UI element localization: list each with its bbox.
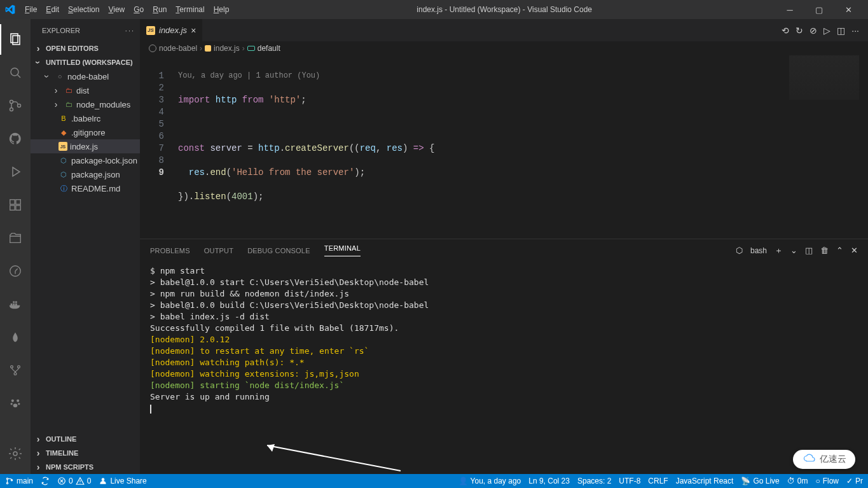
bc-symbol[interactable]: default [258, 44, 280, 53]
chevron-down-icon: › [33, 57, 43, 67]
status-sync[interactable] [41, 477, 50, 485]
tree-file--babelrc[interactable]: B.babelrc [31, 111, 140, 125]
new-terminal-icon[interactable]: ＋ [775, 245, 783, 256]
source-control-icon[interactable] [0, 90, 31, 121]
tree-folder-node_modules[interactable]: ›🗀node_modules [31, 97, 140, 111]
status-cursor[interactable]: Ln 9, Col 23 [528, 477, 570, 485]
maximize-panel-icon[interactable]: ⌃ [836, 246, 843, 255]
tab-debug-console[interactable]: DEBUG CONSOLE [247, 247, 310, 254]
split-terminal-icon[interactable]: ◫ [805, 246, 813, 255]
code-lines[interactable]: You, a day ago | 1 author (You) import h… [178, 55, 868, 239]
more-icon[interactable]: ··· [125, 27, 135, 34]
menu-go[interactable]: Go [129, 3, 148, 17]
status-errors[interactable]: 0 0 [57, 477, 91, 485]
status-golive[interactable]: 📡 Go Live [741, 477, 779, 485]
tree-file-index-js[interactable]: JSindex.js [31, 139, 140, 153]
explorer-icon[interactable] [0, 24, 31, 55]
status-encoding[interactable]: UTF-8 [619, 477, 640, 485]
status-liveshare[interactable]: Live Share [99, 477, 146, 485]
section-workspace[interactable]: › UNTITLED (WORKSPACE) [31, 55, 140, 69]
git-sync-icon[interactable]: ⊘ [809, 25, 817, 36]
paw-icon[interactable] [0, 388, 31, 419]
tab-output[interactable]: OUTPUT [204, 247, 233, 254]
panel-tabs: PROBLEMS OUTPUT DEBUG CONSOLE TERMINAL ⬡… [140, 239, 868, 261]
gauge-icon[interactable] [0, 256, 31, 286]
svg-marker-7 [13, 167, 20, 176]
status-blame[interactable]: 👤 You, a day ago [458, 477, 521, 485]
section-open-editors[interactable]: › OPEN EDITORS [31, 41, 140, 55]
git-compare-icon[interactable]: ⟲ [782, 25, 789, 36]
menu-edit[interactable]: Edit [41, 3, 64, 17]
status-branch[interactable]: main [5, 477, 33, 485]
tree-file-README-md[interactable]: ⓘREADME.md [31, 181, 140, 195]
bc-folder[interactable]: node-babel [159, 44, 197, 53]
terminal-content[interactable]: $ npm start> babel@1.0.0 start C:\Users\… [140, 261, 868, 474]
menu-selection[interactable]: Selection [64, 3, 104, 17]
menu-terminal[interactable]: Terminal [171, 3, 209, 17]
status-prettier[interactable]: ✓ Pr [846, 477, 863, 485]
section-timeline[interactable]: ›TIMELINE [31, 446, 140, 460]
tree-file--gitignore[interactable]: ◆.gitignore [31, 125, 140, 139]
trash-icon[interactable]: 🗑 [820, 246, 829, 255]
close-button[interactable]: ✕ [834, 0, 863, 19]
play-icon[interactable]: ▷ [823, 25, 830, 36]
git-graph-icon[interactable] [0, 355, 31, 386]
code-lens[interactable]: You, a day ago | 1 author (You) [178, 70, 868, 82]
menu-file[interactable]: File [20, 3, 41, 17]
search-icon[interactable] [0, 57, 31, 88]
js-icon: JS [146, 26, 155, 35]
minimize-button[interactable]: ─ [775, 0, 804, 19]
debug-icon[interactable] [0, 157, 31, 187]
extensions-icon[interactable] [0, 190, 31, 220]
tab-label: index.js [159, 25, 187, 35]
svg-rect-10 [16, 206, 20, 210]
tree-root[interactable]: ›○node-babel [31, 69, 140, 83]
refresh-icon[interactable]: ↻ [796, 25, 803, 36]
close-panel-icon[interactable]: ✕ [851, 246, 858, 255]
file-explorer-icon[interactable] [0, 223, 31, 253]
more-actions-icon[interactable]: ··· [851, 25, 859, 36]
dropdown-icon[interactable]: ⌄ [790, 246, 797, 255]
tab-indexjs[interactable]: JS index.js × [140, 19, 203, 41]
status-flow[interactable]: ○ Flow [815, 477, 839, 485]
title-bar: FileEditSelectionViewGoRunTerminalHelp i… [0, 0, 868, 19]
code-editor[interactable]: 123456789 You, a day ago | 1 author (You… [140, 55, 868, 239]
section-outline[interactable]: ›OUTLINE [31, 432, 140, 446]
svg-point-17 [17, 400, 19, 402]
editor-area: JS index.js × ⟲ ↻ ⊘ ▷ ◫ ··· node-babel ›… [140, 19, 868, 474]
minimap[interactable] [789, 55, 859, 239]
docker-icon[interactable] [0, 289, 31, 319]
tree-file-package-json[interactable]: ⬡package.json [31, 167, 140, 181]
section-npm-scripts[interactable]: ›NPM SCRIPTS [31, 460, 140, 474]
status-language[interactable]: JavaScript React [676, 477, 734, 485]
status-eol[interactable]: CRLF [648, 477, 668, 485]
tree-file-package-lock-json[interactable]: ⬡package-lock.json [31, 153, 140, 167]
shell-name[interactable]: bash [750, 246, 767, 255]
svg-point-5 [10, 108, 13, 111]
editor-tabs: JS index.js × ⟲ ↻ ⊘ ▷ ◫ ··· [140, 19, 868, 41]
settings-gear-icon[interactable] [0, 438, 31, 469]
svg-rect-8 [10, 200, 15, 204]
menu-help[interactable]: Help [209, 3, 234, 17]
vscode-logo-icon [5, 4, 15, 15]
github-icon[interactable] [0, 123, 31, 154]
close-tab-icon[interactable]: × [191, 25, 196, 36]
editor-actions: ⟲ ↻ ⊘ ▷ ◫ ··· [778, 19, 863, 41]
menu-view[interactable]: View [104, 3, 129, 17]
svg-rect-0 [11, 34, 18, 43]
chevron-right-icon: › [33, 43, 43, 53]
js-icon [205, 45, 211, 52]
breadcrumb[interactable]: node-babel › index.js › default [140, 41, 868, 55]
maximize-button[interactable]: ▢ [804, 0, 834, 19]
status-timer[interactable]: ⏱ 0m [787, 477, 808, 485]
activity-bar [0, 19, 31, 474]
tree-folder-dist[interactable]: ›🗀dist [31, 83, 140, 97]
menu-run[interactable]: Run [148, 3, 171, 17]
status-spaces[interactable]: Spaces: 2 [577, 477, 611, 485]
bc-file[interactable]: index.js [214, 44, 240, 53]
tab-terminal[interactable]: TERMINAL [324, 244, 361, 256]
svg-point-15 [14, 373, 17, 375]
split-editor-icon[interactable]: ◫ [837, 25, 845, 36]
tab-problems[interactable]: PROBLEMS [150, 247, 190, 254]
mongodb-icon[interactable] [0, 322, 31, 352]
